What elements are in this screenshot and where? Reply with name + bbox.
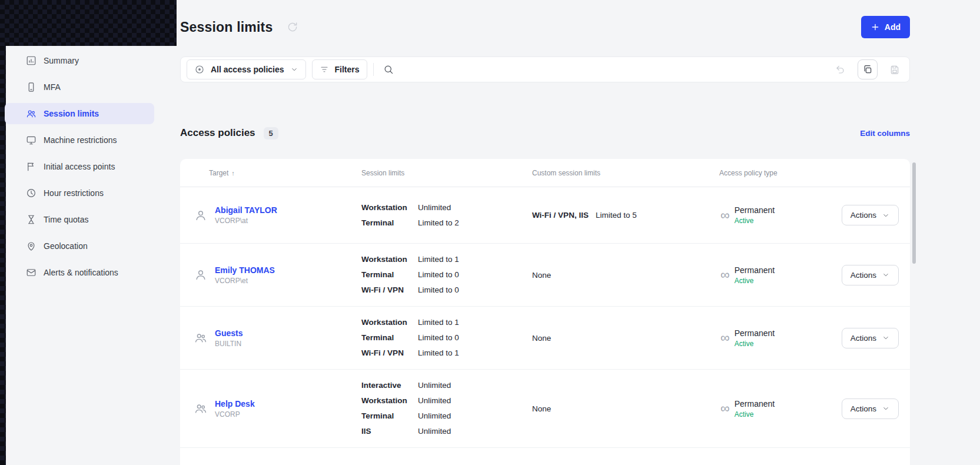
page-header: Session limits Add	[180, 14, 910, 40]
policy-type: Permanent	[735, 265, 775, 275]
column-header-session-limits[interactable]: Session limits	[361, 169, 532, 177]
summary-icon	[26, 55, 36, 66]
status-badge: Active	[735, 410, 775, 418]
limit-value: Limited to 0	[418, 330, 532, 346]
sidebar-item-alerts-notifications[interactable]: Alerts & notifications	[5, 262, 154, 283]
target-name-link[interactable]: Emily THOMAS	[215, 265, 275, 275]
actions-button[interactable]: Actions	[842, 328, 899, 348]
chevron-down-icon	[882, 211, 890, 220]
status-badge: Active	[735, 217, 775, 225]
sidebar-item-label: Hour restrictions	[44, 188, 104, 198]
infinity-icon: ∞	[720, 268, 730, 281]
filters-button-label: Filters	[335, 65, 360, 74]
user-avatar-icon	[194, 209, 207, 222]
session-limits-icon	[26, 108, 36, 119]
machine-restrictions-icon	[26, 135, 36, 145]
custom-limit-none: None	[532, 271, 551, 280]
sidebar-item-initial-access-points[interactable]: Initial access points	[5, 156, 154, 177]
search-button[interactable]	[380, 61, 397, 78]
table-header-row: Target ↑ Session limits Custom session l…	[180, 159, 910, 187]
actions-button-label: Actions	[851, 404, 876, 413]
target-account: VCORP	[215, 410, 255, 418]
target-cell: Guests BUILTIN	[180, 328, 361, 348]
add-button[interactable]: Add	[861, 16, 910, 38]
access-policy-type-cell: ∞ Permanent Active	[719, 399, 828, 418]
add-button-label: Add	[885, 22, 901, 32]
sidebar-backdrop-top	[0, 0, 177, 46]
sidebar-item-machine-restrictions[interactable]: Machine restrictions	[5, 129, 154, 151]
sidebar-item-label: Machine restrictions	[44, 135, 117, 145]
column-header-custom-session-limits[interactable]: Custom session limits	[532, 169, 719, 177]
status-badge: Active	[735, 277, 775, 285]
actions-cell: Actions	[828, 398, 910, 419]
undo-button[interactable]	[832, 61, 849, 78]
limit-type: Interactive	[361, 378, 418, 393]
sidebar-item-label: Summary	[44, 56, 79, 65]
limit-type: Workstation	[361, 315, 418, 330]
limit-value: Unlimited	[418, 393, 532, 408]
policy-count-badge: 5	[264, 127, 278, 140]
limit-value: Unlimited	[418, 424, 532, 439]
group-avatar-icon	[194, 331, 207, 344]
toolbar-right-actions	[832, 59, 903, 79]
chevron-down-icon	[882, 271, 890, 279]
custom-limit-value: Limited to 5	[596, 211, 637, 220]
save-button[interactable]	[886, 61, 903, 78]
target-name-link[interactable]: Help Desk	[215, 399, 255, 408]
filter-icon	[320, 65, 329, 74]
sidebar-item-summary[interactable]: Summary	[5, 50, 154, 71]
filters-button[interactable]: Filters	[312, 59, 367, 79]
limit-type: Wi-Fi / VPN	[361, 346, 418, 361]
sidebar-item-label: Session limits	[44, 109, 99, 118]
sidebar-item-label: Alerts & notifications	[44, 268, 118, 277]
target-account: VCORP\et	[215, 277, 275, 285]
target-name-link[interactable]: Guests	[215, 328, 242, 338]
sidebar-item-session-limits[interactable]: Session limits	[5, 103, 154, 124]
limit-value: Limited to 1	[418, 346, 532, 361]
actions-cell: Actions	[828, 265, 910, 285]
sidebar-item-geolocation[interactable]: Geolocation	[5, 235, 154, 257]
sidebar-item-label: Time quotas	[44, 215, 89, 224]
limit-type: IIS	[361, 424, 418, 439]
page-title: Session limits	[180, 19, 273, 35]
target-name-link[interactable]: Abigail TAYLOR	[215, 205, 277, 215]
limit-type: Terminal	[361, 267, 418, 283]
custom-limit-none: None	[532, 404, 551, 413]
session-limits-cell: WorkstationLimited to 1 TerminalLimited …	[361, 252, 532, 298]
column-header-target[interactable]: Target ↑	[180, 169, 361, 177]
toolbar-divider	[373, 63, 374, 76]
user-avatar-icon	[194, 268, 207, 281]
refresh-button[interactable]	[285, 20, 300, 34]
actions-button-label: Actions	[851, 211, 876, 220]
policy-type: Permanent	[735, 328, 775, 338]
group-avatar-icon	[194, 402, 207, 415]
actions-button[interactable]: Actions	[842, 205, 899, 225]
actions-button[interactable]: Actions	[842, 265, 899, 285]
copy-button[interactable]	[858, 59, 878, 79]
initial-access-points-icon	[26, 161, 36, 172]
sidebar-item-mfa[interactable]: MFA	[5, 77, 154, 98]
limit-type: Workstation	[361, 393, 418, 408]
sidebar-item-time-quotas[interactable]: Time quotas	[5, 209, 154, 230]
edit-columns-button[interactable]: Edit columns	[860, 129, 910, 138]
infinity-icon: ∞	[720, 331, 730, 344]
actions-cell: Actions	[828, 328, 910, 348]
scrollbar-thumb[interactable]	[912, 162, 916, 264]
sidebar-item-hour-restrictions[interactable]: Hour restrictions	[5, 182, 154, 204]
access-policy-dropdown[interactable]: All access policies	[187, 59, 306, 79]
session-limits-cell: WorkstationUnlimited TerminalLimited to …	[361, 200, 532, 231]
custom-session-limits-cell: None	[532, 334, 719, 343]
limit-type: Workstation	[361, 252, 418, 267]
chevron-down-icon	[882, 404, 890, 413]
limit-value: Limited to 1	[418, 315, 532, 330]
copy-icon	[862, 64, 873, 75]
actions-button[interactable]: Actions	[842, 398, 899, 419]
infinity-icon: ∞	[720, 209, 730, 222]
table-scrollbar[interactable]	[912, 160, 916, 464]
limit-type: Wi-Fi / VPN	[361, 283, 418, 298]
access-policies-table: Target ↑ Session limits Custom session l…	[180, 159, 910, 465]
column-header-access-policy-type[interactable]: Access policy type	[719, 169, 828, 177]
target-cell: Help Desk VCORP	[180, 399, 361, 418]
chevron-down-icon	[290, 65, 298, 74]
custom-limit-none: None	[532, 334, 551, 343]
